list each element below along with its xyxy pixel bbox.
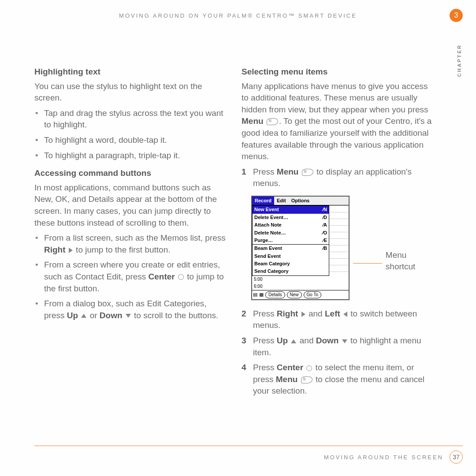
- menu-edit: Edit: [274, 197, 289, 205]
- list-item: To highlight a word, double-tap it.: [34, 134, 228, 146]
- bullet-list: From a list screen, such as the Memos li…: [34, 232, 228, 321]
- bottom-bar: ▤ ▦ Details New Go To: [252, 290, 349, 299]
- para: Many applications have menus to give you…: [242, 81, 435, 163]
- chapter-label: CHAPTER: [457, 44, 462, 77]
- step-item: 4 Press Center to select the menu item, …: [242, 362, 435, 397]
- dropdown-menu: New Event⁄N Delete Event…⁄D Attach Note⁄…: [252, 205, 329, 276]
- right-arrow-icon: [301, 312, 305, 317]
- menu-bar: Record Edit Options: [252, 197, 349, 205]
- para: You can use the stylus to highlight text…: [34, 81, 228, 104]
- list-item: From a screen where you create or edit e…: [34, 259, 228, 294]
- device-screenshot: Record Edit Options New Event⁄N Delete E…: [251, 196, 435, 300]
- menu-item: Purge…⁄E: [253, 237, 329, 244]
- menu-key-icon: [267, 118, 278, 125]
- list-item: From a dialog box, such as Edit Categori…: [34, 298, 228, 321]
- list-item: From a list screen, such as the Memos li…: [34, 232, 228, 256]
- time-row: 5:00: [252, 276, 349, 283]
- numbered-list: 2 Press Right and Left to switch between…: [242, 308, 435, 397]
- right-column: Selecting menu items Many applications h…: [242, 66, 435, 403]
- numbered-list: 1 Press Menu to display an application's…: [242, 166, 435, 190]
- chapter-number-badge: 3: [450, 9, 463, 22]
- running-header: MOVING AROUND ON YOUR PALM® CENTRO™ SMAR…: [0, 12, 476, 19]
- menu-item: Send Event: [253, 253, 329, 260]
- menu-item: Beam Category: [253, 260, 329, 268]
- heading-accessing: Accessing command buttons: [34, 167, 228, 179]
- down-arrow-icon: [342, 339, 347, 343]
- menu-item: Send Category: [253, 268, 329, 275]
- left-arrow-icon: [343, 312, 347, 317]
- menu-key-icon: [302, 169, 313, 176]
- callout-label: Menu shortcut: [386, 249, 435, 273]
- step-item: 3 Press Up and Down to highlight a menu …: [242, 335, 435, 358]
- down-arrow-icon: [126, 314, 131, 318]
- menu-item: Beam Event⁄B: [253, 245, 329, 252]
- menu-item: New Event⁄N: [253, 206, 329, 213]
- menu-item: Attach Note⁄A: [253, 221, 329, 229]
- center-button-icon: [178, 274, 184, 280]
- view-icon: ▤: [253, 291, 257, 298]
- heading-selecting: Selecting menu items: [242, 66, 435, 78]
- list-item: To highlight a paragraph, triple-tap it.: [34, 150, 228, 162]
- menu-item: Delete Note…⁄O: [253, 229, 329, 237]
- footer-section: MOVING AROUND THE SCREEN: [324, 454, 443, 461]
- heading-highlighting: Highlighting text: [34, 66, 228, 78]
- page-number: 37: [450, 450, 463, 464]
- new-button: New: [287, 291, 302, 298]
- right-arrow-icon: [69, 248, 73, 253]
- view-icon: ▦: [259, 291, 264, 298]
- menu-record: Record: [252, 197, 274, 205]
- page-content: Highlighting text You can use the stylus…: [34, 66, 449, 403]
- palm-screen: Record Edit Options New Event⁄N Delete E…: [251, 196, 350, 300]
- time-row: 6:00: [252, 283, 349, 290]
- calendar-area: [329, 205, 349, 276]
- details-button: Details: [265, 291, 285, 298]
- center-button-icon: [306, 365, 312, 371]
- step-item: 1 Press Menu to display an application's…: [242, 166, 435, 190]
- up-arrow-icon: [291, 339, 296, 343]
- left-column: Highlighting text You can use the stylus…: [34, 66, 228, 403]
- menu-options: Options: [289, 197, 312, 205]
- menu-key-icon: [301, 376, 312, 383]
- step-item: 2 Press Right and Left to switch between…: [242, 308, 435, 331]
- para: In most applications, command buttons su…: [34, 182, 228, 229]
- page-footer: MOVING AROUND THE SCREEN 37: [34, 446, 463, 464]
- up-arrow-icon: [81, 314, 86, 318]
- callout-line: [353, 263, 382, 264]
- menu-item: Delete Event…⁄D: [253, 214, 329, 221]
- list-item: Tap and drag the stylus across the text …: [34, 108, 228, 131]
- bullet-list: Tap and drag the stylus across the text …: [34, 108, 228, 161]
- goto-button: Go To: [304, 291, 322, 298]
